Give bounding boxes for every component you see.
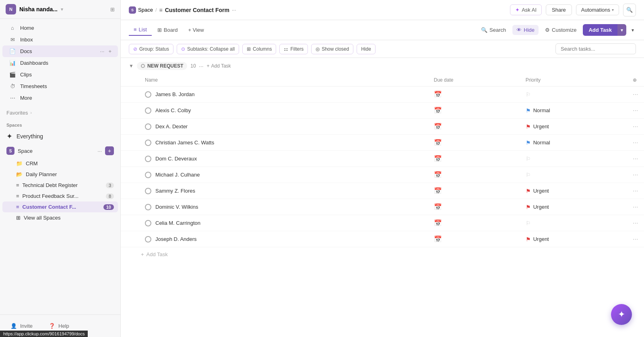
sidebar-item-home[interactable]: ⌂ Home — [2, 22, 118, 34]
task-row-more[interactable]: ··· — [628, 231, 644, 247]
task-row-more[interactable]: ··· — [628, 103, 644, 119]
tab-view[interactable]: + View — [184, 25, 209, 35]
row-more-icon[interactable]: ··· — [633, 187, 638, 194]
space-more-icon[interactable]: ··· — [97, 148, 102, 154]
add-task-button[interactable]: Add Task — [583, 24, 617, 36]
sidebar-item-crm[interactable]: 📁 CRM — [2, 158, 118, 169]
group-toggle-icon[interactable]: ▼ — [129, 63, 134, 69]
task-due-date[interactable]: 📅 — [429, 231, 521, 247]
sidebar-item-product-feedback[interactable]: ≡ Product Feedback Sur... 8 — [2, 191, 118, 201]
customize-button[interactable]: ⚙ Customize — [541, 25, 580, 35]
favorites-section[interactable]: Favorites › — [0, 107, 120, 119]
task-row-more[interactable]: ··· — [628, 199, 644, 215]
search-top-button[interactable]: 🔍 — [623, 4, 636, 16]
sidebar-item-customer-contact[interactable]: ≡ Customer Contact F... 10 — [2, 201, 118, 212]
sidebar-item-clips[interactable]: 🎬 Clips — [2, 69, 118, 80]
subtasks-filter[interactable]: ⊙ Subtasks: Collapse all — [177, 44, 239, 54]
task-priority[interactable]: ⚐ — [521, 151, 628, 167]
task-priority[interactable]: ⚑Urgent — [521, 119, 628, 135]
table-row[interactable]: Michael J. Culhane 📅 ⚐ ··· — [121, 167, 644, 183]
task-row-more[interactable]: ··· — [628, 167, 644, 183]
help-button[interactable]: ❓ Help — [45, 321, 73, 331]
hide-button[interactable]: 👁 Hide — [512, 25, 539, 35]
table-row[interactable]: Sammy Z. Flores 📅 ⚑Urgent ··· — [121, 183, 644, 199]
sidebar-item-dashboards[interactable]: 📊 Dashboards — [2, 57, 118, 69]
tab-board[interactable]: ⊞ Board — [153, 25, 183, 35]
toolbar-more-button[interactable]: ▾ — [630, 25, 636, 36]
layout-icon[interactable]: ⊞ — [110, 6, 115, 12]
group-status-filter[interactable]: ⊘ Group: Status — [129, 44, 173, 54]
sidebar-item-inbox[interactable]: ✉ Inbox — [2, 34, 118, 45]
page-more-icon[interactable]: ··· — [232, 7, 236, 13]
space-item[interactable]: S Space ··· + — [2, 144, 118, 158]
table-row[interactable]: Celia M. Carrington 📅 ⚐ ··· — [121, 215, 644, 231]
ask-ai-button[interactable]: ✦ Ask AI — [510, 4, 542, 15]
task-priority[interactable]: ⚑Normal — [521, 103, 628, 119]
task-row-more[interactable]: ··· — [628, 86, 644, 103]
task-priority[interactable]: ⚑Urgent — [521, 231, 628, 247]
task-due-date[interactable]: 📅 — [429, 215, 521, 231]
task-priority[interactable]: ⚐ — [521, 167, 628, 183]
sidebar-item-technical-debt[interactable]: ≡ Technical Debt Register 3 — [2, 180, 118, 191]
tab-list[interactable]: ≡ List — [129, 24, 152, 36]
task-row-more[interactable]: ··· — [628, 215, 644, 231]
view-all-spaces[interactable]: ⊞ View all Spaces — [2, 212, 118, 223]
filters-button[interactable]: ⚏ Filters — [279, 44, 308, 54]
docs-add-icon[interactable]: + — [108, 48, 111, 54]
row-more-icon[interactable]: ··· — [633, 123, 638, 130]
sidebar-user[interactable]: N Nisha nanda... ▾ — [6, 4, 63, 14]
row-more-icon[interactable]: ··· — [633, 171, 638, 178]
task-priority[interactable]: ⚐ — [521, 215, 628, 231]
group-add-task[interactable]: + Add Task — [206, 63, 231, 69]
table-row[interactable]: James B. Jordan 📅 ⚐ ··· — [121, 86, 644, 103]
automations-button[interactable]: Automations ▾ — [576, 4, 619, 15]
group-more-icon[interactable]: ··· — [199, 63, 204, 69]
task-due-date[interactable]: 📅 — [429, 103, 521, 119]
task-due-date[interactable]: 📅 — [429, 86, 521, 103]
task-due-date[interactable]: 📅 — [429, 183, 521, 199]
task-priority[interactable]: ⚑Normal — [521, 135, 628, 151]
task-due-date[interactable]: 📅 — [429, 167, 521, 183]
task-row-more[interactable]: ··· — [628, 183, 644, 199]
row-more-icon[interactable]: ··· — [633, 155, 638, 162]
row-more-icon[interactable]: ··· — [633, 236, 638, 242]
task-due-date[interactable]: 📅 — [429, 135, 521, 151]
row-more-icon[interactable]: ··· — [633, 91, 638, 98]
invite-button[interactable]: 👤 Invite — [6, 321, 37, 331]
sidebar-item-timesheets[interactable]: ⏱ Timesheets — [2, 80, 118, 92]
task-priority[interactable]: ⚐ — [521, 86, 628, 103]
sidebar-item-daily-planner[interactable]: 📂 Daily Planner — [2, 169, 118, 180]
everything-item[interactable]: ✦ Everything — [2, 129, 118, 144]
table-row[interactable]: Joseph D. Anders 📅 ⚑Urgent ··· — [121, 231, 644, 247]
task-due-date[interactable]: 📅 — [429, 151, 521, 167]
task-priority[interactable]: ⚑Urgent — [521, 199, 628, 215]
search-button[interactable]: 🔍 Search — [477, 25, 510, 35]
sidebar-item-more[interactable]: ⋯ More — [2, 92, 118, 104]
col-add[interactable]: ⊕ — [628, 74, 644, 86]
add-task-bottom[interactable]: + Add Task — [121, 247, 644, 261]
task-due-date[interactable]: 📅 — [429, 119, 521, 135]
group-header[interactable]: ▼ NEW REQUEST 10 ··· + Add Task — [121, 58, 644, 74]
sidebar-item-docs[interactable]: 📄 Docs ··· + — [2, 45, 118, 57]
breadcrumb-space[interactable]: S Space — [129, 6, 153, 14]
add-column-icon[interactable]: ⊕ — [633, 77, 637, 83]
search-tasks-input[interactable] — [555, 43, 636, 54]
row-more-icon[interactable]: ··· — [633, 139, 638, 146]
fab-button[interactable]: ✦ — [611, 304, 632, 325]
table-row[interactable]: Dominic V. Wilkins 📅 ⚑Urgent ··· — [121, 199, 644, 215]
task-priority[interactable]: ⚑Urgent — [521, 183, 628, 199]
share-button[interactable]: Share — [546, 4, 572, 15]
row-more-icon[interactable]: ··· — [633, 107, 638, 114]
show-closed-button[interactable]: ◎ Show closed — [311, 44, 353, 54]
table-row[interactable]: Christian James C. Watts 📅 ⚑Normal ··· — [121, 135, 644, 151]
table-row[interactable]: Dex A. Dexter 📅 ⚑Urgent ··· — [121, 119, 644, 135]
columns-filter[interactable]: ⊞ Columns — [242, 44, 276, 54]
task-row-more[interactable]: ··· — [628, 119, 644, 135]
hide-filter[interactable]: Hide — [357, 44, 376, 54]
docs-more-icon[interactable]: ··· — [100, 48, 105, 54]
table-row[interactable]: Alexis C. Colby 📅 ⚑Normal ··· — [121, 103, 644, 119]
space-add-button[interactable]: + — [105, 146, 114, 155]
row-more-icon[interactable]: ··· — [633, 203, 638, 210]
task-row-more[interactable]: ··· — [628, 151, 644, 167]
table-row[interactable]: Dom C. Deveraux 📅 ⚐ ··· — [121, 151, 644, 167]
